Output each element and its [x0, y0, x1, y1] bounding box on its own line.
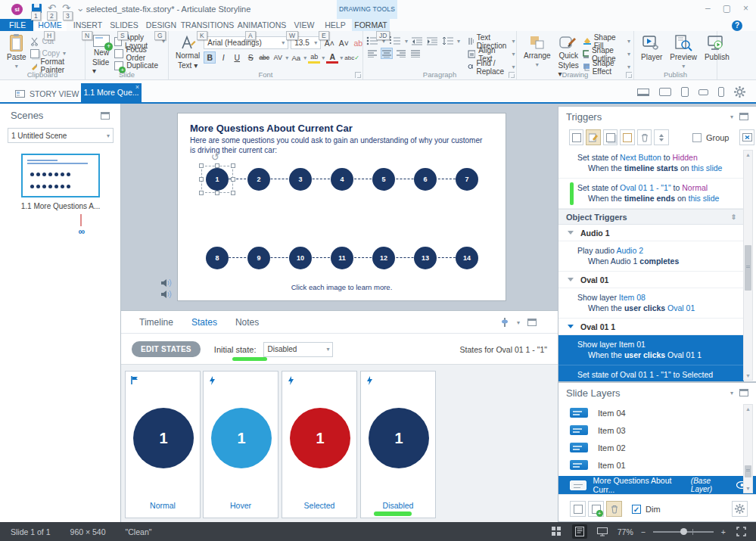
number-circle-2[interactable]: 2 [247, 168, 270, 191]
number-circle-8[interactable]: 8 [206, 247, 229, 269]
tab-view[interactable]: VIEW [289, 19, 319, 31]
zoom-slider[interactable] [653, 531, 714, 533]
tab-notes[interactable]: Notes [235, 317, 259, 328]
zoom-out-icon[interactable]: − [641, 527, 646, 536]
copy-trigger-button[interactable] [603, 129, 618, 145]
numbering-icon[interactable] [389, 36, 401, 45]
new-layer-button[interactable] [570, 501, 586, 517]
underline-button[interactable]: U [231, 51, 243, 64]
duplicate-layer-button[interactable] [588, 501, 604, 517]
drawing-dialog-launcher-icon[interactable] [626, 72, 632, 78]
paste-trigger-button[interactable] [620, 129, 634, 145]
preview-button[interactable]: Preview ▾ [666, 33, 701, 71]
trigger-item[interactable]: Set state of Oval 01 1 - "1" to Normal W… [558, 179, 744, 209]
selection-handle[interactable] [199, 191, 204, 195]
bold-button[interactable]: B [204, 51, 216, 64]
panel-collapse-icon[interactable] [101, 112, 110, 120]
tab-help[interactable]: HELP [319, 19, 351, 31]
cut-button[interactable]: Cut [30, 36, 82, 47]
variables-button[interactable] [739, 129, 754, 145]
format-painter-button[interactable]: Format Painter [30, 60, 82, 71]
selection-handle[interactable] [199, 177, 204, 182]
number-circle-7[interactable]: 7 [456, 168, 478, 191]
close-tab-icon[interactable]: × [135, 83, 139, 91]
trigger-item-selected[interactable]: Set state of Oval 01 1 - "1" to Selected… [558, 365, 744, 381]
number-circle-13[interactable]: 13 [414, 247, 437, 269]
dim-toggle[interactable]: ✓ Dim [632, 505, 661, 514]
selection-handle[interactable] [215, 163, 219, 168]
publish-button[interactable]: Publish [701, 33, 733, 71]
new-trigger-button[interactable] [569, 129, 583, 145]
maximize-icon[interactable]: ▢ [723, 3, 731, 14]
edit-trigger-button[interactable] [586, 129, 600, 145]
slide-thumbnail[interactable] [21, 154, 100, 197]
scroll-down-icon[interactable]: ▼ [744, 486, 752, 491]
selection-box[interactable] [201, 166, 233, 193]
number-circle-9[interactable]: 9 [247, 247, 270, 269]
highlight-color-button[interactable]: ab [308, 51, 320, 64]
layer-item[interactable]: Item 01 [558, 456, 744, 474]
panel-collapse-icon[interactable] [739, 113, 748, 120]
tab-home[interactable]: HOME [33, 19, 67, 31]
slide-view-button[interactable] [572, 524, 587, 539]
number-circle-5[interactable]: 5 [372, 168, 395, 191]
panel-collapse-icon[interactable] [527, 319, 537, 326]
trigger-group-oval011[interactable]: Oval 01 1 [558, 319, 744, 335]
trigger-item-selected[interactable]: Show layer Item 01 When the user clicks … [558, 335, 744, 365]
chevron-down-icon[interactable] [568, 325, 574, 328]
group-toggle[interactable]: Group [692, 133, 730, 142]
shrink-font-button[interactable]: A˅ [338, 37, 350, 49]
initial-state-select[interactable]: Disabled ▾ [263, 342, 333, 357]
panel-collapse-icon[interactable] [739, 389, 748, 396]
layer-item[interactable]: Item 02 [558, 439, 744, 456]
phone-portrait-preview-icon[interactable] [718, 87, 724, 97]
phone-landscape-preview-icon[interactable] [698, 89, 708, 95]
tablet-portrait-preview-icon[interactable] [681, 87, 689, 97]
dropdown-icon[interactable]: ▾ [730, 390, 733, 396]
layer-item[interactable]: Item 03 [558, 421, 744, 439]
scroll-up-icon[interactable]: ▲ [744, 406, 752, 412]
tab-animations[interactable]: ANIMATIONS [235, 19, 289, 31]
playhead-pin-icon[interactable] [500, 317, 509, 328]
group-checkbox[interactable] [692, 133, 702, 142]
laptop-preview-icon[interactable] [637, 89, 649, 96]
tab-slides[interactable]: SLIDES [106, 19, 142, 31]
trigger-order-spinner[interactable] [654, 129, 668, 145]
italic-button[interactable]: I [217, 51, 229, 64]
state-card-hover[interactable]: 1 Hover [203, 371, 278, 518]
state-card-normal[interactable]: 1 Normal [125, 371, 201, 518]
layer-item-base-selected[interactable]: More Questions About Curr... (Base Layer… [558, 476, 756, 494]
duplicate-button[interactable]: Duplicate [114, 60, 165, 71]
tab-timeline[interactable]: Timeline [139, 317, 173, 328]
preview-slide-button[interactable] [595, 524, 610, 539]
tab-design[interactable]: DESIGN [142, 19, 180, 31]
tablet-landscape-preview-icon[interactable] [659, 88, 671, 96]
slide-stage[interactable]: More Questions About Current Car Here ar… [178, 113, 506, 300]
trigger-item[interactable]: Set state of Next Button to Hidden When … [558, 148, 744, 179]
scene-selector[interactable]: 1 Untitled Scene ▾ [8, 128, 114, 143]
layer-item[interactable]: Item 04 [558, 404, 744, 421]
tab-slide-active[interactable]: 1.1 More Que... × [81, 83, 142, 102]
close-icon[interactable]: × [743, 3, 748, 14]
collapse-all-icon[interactable]: ⇕ [730, 213, 736, 221]
fit-to-window-button[interactable] [733, 524, 748, 539]
subscript-button[interactable]: abc [258, 51, 270, 64]
increase-indent-icon[interactable] [427, 36, 438, 45]
gear-icon[interactable] [734, 86, 745, 98]
trigger-group-audio1[interactable]: Audio 1 [558, 225, 744, 241]
state-card-selected[interactable]: 1 Selected [282, 371, 357, 518]
layers-scrollbar[interactable]: ▲ ▼ [743, 404, 753, 493]
layer-settings-button[interactable] [732, 501, 748, 517]
delete-layer-button[interactable] [606, 501, 622, 517]
story-view-button[interactable] [549, 524, 565, 539]
trigger-item[interactable]: Show layer Item 08 When the user clicks … [558, 288, 744, 319]
change-case-button[interactable]: Aa [290, 51, 302, 64]
number-circle-3[interactable]: 3 [289, 168, 312, 191]
focus-order-button[interactable]: Focus Order [114, 48, 165, 59]
scroll-up-icon[interactable]: ▲ [744, 152, 752, 157]
delete-trigger-button[interactable] [637, 129, 652, 145]
paste-button[interactable]: Paste ▾ [3, 33, 30, 71]
number-circle-10[interactable]: 10 [289, 247, 312, 269]
audio-speaker-icon[interactable] [160, 278, 173, 288]
font-color-button[interactable]: A [326, 51, 338, 64]
